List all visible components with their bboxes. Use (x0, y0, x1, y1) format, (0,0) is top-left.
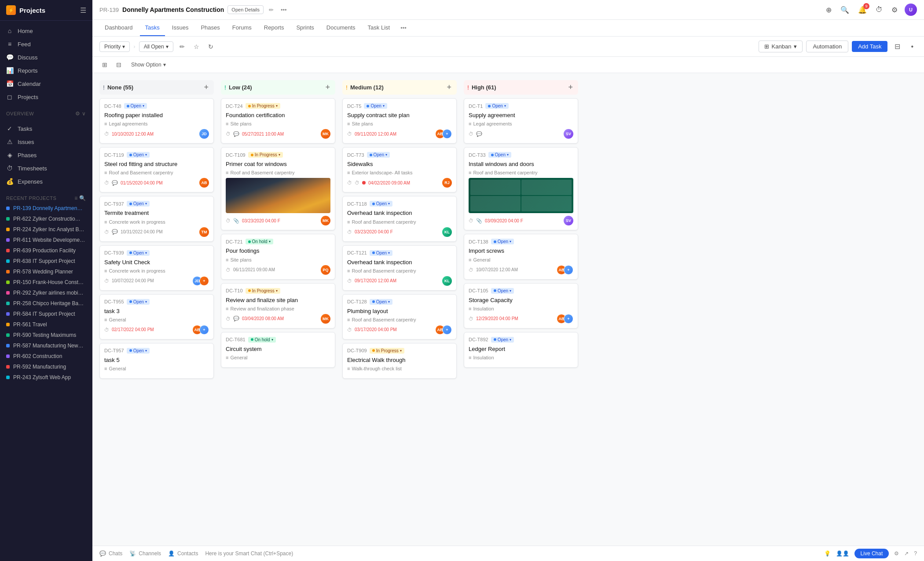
task-card-dc-t119[interactable]: DC-T119 Open▾ Steel rod fitting and stru… (99, 147, 214, 192)
task-card-dc-t128[interactable]: DC-T128 Open▾ Plumbing layout ≡Roof and … (342, 294, 457, 340)
task-card-dc-t909[interactable]: DC-T909 In Progress▾ Electrical Walk thr… (342, 343, 457, 379)
sidebar-item-projects[interactable]: ◻ Projects (0, 90, 92, 103)
bulb-icon[interactable]: 💡 (824, 550, 831, 557)
collapse-icon[interactable]: ⊟ (114, 59, 124, 70)
task-card-dc-t21[interactable]: DC-T21 On hold▾ Pour footings ≡Site plan… (221, 234, 335, 279)
timer-button[interactable]: ⏱ (874, 4, 884, 15)
add-button[interactable]: ⊕ (824, 4, 833, 16)
task-card-dc-t33[interactable]: DC-T33 Open▾ Install windows and doors ≡… (464, 147, 578, 230)
share-icon[interactable]: ↗ (904, 550, 909, 557)
add-card-low-button[interactable]: + (323, 83, 332, 92)
task-card-dc-t957[interactable]: DC-T957 Open▾ task 5 ≡General (99, 343, 214, 379)
refresh-icon[interactable]: ↻ (205, 41, 216, 52)
sidebar-item-expenses[interactable]: 💰 Expenses (0, 175, 92, 188)
task-card-dc-t105[interactable]: DC-T105 Open▾ Storage Capacity ≡Insulati… (464, 283, 578, 328)
sidebar-item-reports[interactable]: 📊 Reports (0, 64, 92, 77)
task-card-dc-t73[interactable]: DC-T73 Open▾ Sidewalks ≡Exterior landsca… (342, 147, 457, 192)
tab-documents[interactable]: Documents (321, 20, 361, 36)
recent-project-pr561[interactable]: PR-561 Travel (0, 319, 92, 330)
recent-project-pr638[interactable]: PR-638 IT Support Project (0, 256, 92, 266)
sidebar-item-tasks[interactable]: ✓ Tasks (0, 122, 92, 135)
task-card-dc-t48[interactable]: DC-T48 Open▾ Roofing paper installed ≡Le… (99, 98, 214, 144)
sidebar-item-timesheets[interactable]: ⏱ Timesheets (0, 162, 92, 175)
automation-button[interactable]: Automation (806, 41, 848, 52)
priority-filter-button[interactable]: Priority ▾ (99, 41, 130, 52)
sidebar-item-discuss[interactable]: 💬 Discuss (0, 51, 92, 64)
more-tabs-icon[interactable]: ••• (397, 20, 410, 36)
sidebar-item-feed[interactable]: ≡ Feed (0, 37, 92, 51)
edit-filter-icon[interactable]: ✏ (177, 41, 187, 52)
tab-task-list[interactable]: Task List (363, 20, 396, 36)
recent-project-pr292[interactable]: PR-292 Zylker airlines mobi… (0, 288, 92, 298)
recent-project-pr224[interactable]: PR-224 Zylker Inc Analyst B… (0, 224, 92, 235)
live-chat-button[interactable]: Live Chat (854, 549, 889, 558)
group-icon[interactable]: ⊞ (99, 59, 110, 70)
recent-project-pr639[interactable]: PR-639 Production Facility (0, 245, 92, 256)
recent-project-pr602[interactable]: PR-602 Construction (0, 351, 92, 362)
notifications-button[interactable]: 🔔 9 (856, 4, 869, 16)
card-id: DC-T10 (226, 288, 243, 293)
add-card-none-button[interactable]: + (202, 83, 210, 92)
help-icon[interactable]: ? (914, 550, 917, 557)
settings-button[interactable]: ⚙ (890, 4, 899, 16)
all-open-filter-button[interactable]: All Open ▾ (139, 41, 173, 52)
user-avatar[interactable]: U (905, 4, 917, 16)
task-card-dc-t955[interactable]: DC-T955 Open▾ task 3 ≡General ⏱ 02/17/20… (99, 294, 214, 340)
sidebar-item-phases[interactable]: ◈ Phases (0, 148, 92, 162)
search-button[interactable]: 🔍 (839, 4, 851, 16)
recent-project-pr150[interactable]: PR-150 Frank-House Const… (0, 277, 92, 288)
recent-project-pr587[interactable]: PR-587 Manufacturing New… (0, 340, 92, 351)
overview-settings-icon[interactable]: ⚙ ∨ (75, 111, 86, 117)
star-filter-icon[interactable]: ☆ (191, 41, 202, 52)
chats-bottom-item[interactable]: 💬 Chats (99, 550, 122, 557)
task-card-dc-t5[interactable]: DC-T5 Open▾ Supply contract site plan ≡S… (342, 98, 457, 144)
contacts-bottom-item[interactable]: 👤 Contacts (168, 550, 198, 557)
more-options-icon[interactable]: ••• (279, 5, 289, 15)
card-assignee: MK (321, 129, 330, 139)
show-option-button[interactable]: Show Option ▾ (128, 60, 169, 69)
task-card-dc-t1[interactable]: DC-T1 Open▾ Supply agreement ≡Legal agre… (464, 98, 578, 144)
recent-project-pr584[interactable]: PR-584 IT Support Project (0, 309, 92, 319)
recent-project-pr139[interactable]: PR-139 Donnelly Apartmen… (0, 203, 92, 214)
settings-bottom-icon[interactable]: ⚙ (894, 550, 899, 557)
sidebar-item-calendar[interactable]: 📅 Calendar (0, 77, 92, 90)
recent-project-pr622[interactable]: PR-622 Zylker Constructio… (0, 214, 92, 224)
channels-bottom-item[interactable]: 📡 Channels (129, 550, 161, 557)
tab-issues[interactable]: Issues (167, 20, 194, 36)
recent-project-pr592[interactable]: PR-592 Manufacturing (0, 362, 92, 372)
edit-icon[interactable]: ✏ (267, 5, 275, 15)
add-card-high-button[interactable]: + (566, 83, 575, 92)
more-options-toolbar-icon[interactable]: • (907, 41, 917, 53)
task-card-dc-t118[interactable]: DC-T118 Open▾ Overhead tank inspection ≡… (342, 196, 457, 241)
open-details-button[interactable]: Open Details (227, 5, 264, 14)
tab-sprints[interactable]: Sprints (291, 20, 319, 36)
task-card-dc-t24[interactable]: DC-T24 In Progress▾ Foundation certifica… (221, 98, 335, 144)
add-card-medium-button[interactable]: + (445, 83, 453, 92)
task-card-dc-t939[interactable]: DC-T939 Open▾ Safety Unit Check ≡Concret… (99, 245, 214, 291)
card-footer: ⏱ 09/17/2020 12:00 AM KL (347, 276, 452, 286)
recent-project-pr611[interactable]: PR-611 Website Developme… (0, 235, 92, 245)
task-card-dc-t937[interactable]: DC-T937 Open▾ Termite treatment ≡Concret… (99, 196, 214, 241)
sidebar-item-home[interactable]: ⌂ Home (0, 24, 92, 37)
tab-dashboard[interactable]: Dashboard (99, 20, 138, 36)
task-card-dc-t138[interactable]: DC-T138 Open▾ Import screws ≡General ⏱ 1… (464, 234, 578, 279)
tab-forums[interactable]: Forums (227, 20, 257, 36)
kanban-view-button[interactable]: ⊞ Kanban ▾ (759, 41, 803, 52)
recent-project-pr258[interactable]: PR-258 Chipco Heritage Ba… (0, 298, 92, 309)
sidebar-item-issues[interactable]: ⚠ Issues (0, 135, 92, 148)
task-card-dc-t10[interactable]: DC-T10 In Progress▾ Review and finalize … (221, 283, 335, 328)
recent-projects-icons[interactable]: ≡ 🔍 (74, 195, 86, 201)
tab-reports[interactable]: Reports (259, 20, 290, 36)
task-card-dc-t681[interactable]: DC-T681 On hold▾ Circuit system ≡General (221, 332, 335, 368)
task-card-dc-t121[interactable]: DC-T121 Open▾ Overhead tank inspection ≡… (342, 245, 457, 291)
filter-icon[interactable]: ⊟ (891, 40, 904, 53)
tab-phases[interactable]: Phases (195, 20, 225, 36)
task-card-dc-t109[interactable]: DC-T109 In Progress▾ Primer coat for win… (221, 147, 335, 230)
recent-project-pr243[interactable]: PR-243 Zylsoft Web App (0, 372, 92, 383)
add-task-button[interactable]: Add Task (852, 41, 887, 52)
recent-project-pr578[interactable]: PR-578 Wedding Planner (0, 266, 92, 277)
task-card-dc-t892[interactable]: DC-T892 Open▾ Ledger Report ≡Insulation (464, 332, 578, 368)
recent-project-pr590[interactable]: PR-590 Testing Maximums (0, 330, 92, 340)
tab-tasks[interactable]: Tasks (140, 20, 165, 36)
hamburger-icon[interactable]: ☰ (80, 6, 86, 15)
